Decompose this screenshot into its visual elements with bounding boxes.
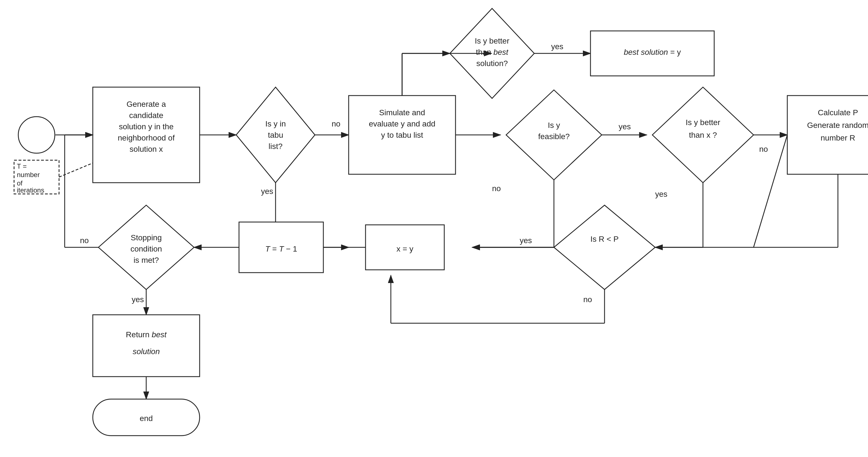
simulate-text-2: evaluate y and add [369,120,436,128]
feasible-no-label: no [492,184,501,193]
feasible-yes-label: yes [619,122,631,131]
better-x-no-label: no [759,145,768,154]
return-text-2: solution [133,347,160,356]
feasible-text-2: feasible? [538,132,570,141]
dashed-arrow-T [59,163,93,177]
tabu-text-1: Is y in [265,120,286,128]
generate-text-2: candidate [129,111,163,120]
simulate-text-1: Simulate and [379,108,425,117]
stopping-no-label: no [80,236,89,245]
T-label: T = [17,162,27,170]
start-circle [18,117,55,153]
better-x-text-2: than x ? [689,131,717,139]
better-x-yes-label: yes [655,190,668,198]
generate-text-3: solution y in the [119,122,174,131]
stopping-text-3: is met? [133,256,159,264]
calc-p-text-3: number R [821,133,855,142]
T-label-3: of [17,179,23,187]
calc-p-text-2: Generate random [807,121,868,130]
T-label-2: number [17,171,40,178]
r-less-p-yes-label: yes [520,236,532,245]
better-best-text-2: than best [476,48,508,57]
tabu-yes-label: yes [261,187,273,196]
line-calc-down [753,135,787,247]
calc-p-text-1: Calculate P [818,108,858,117]
stopping-yes-label: yes [132,295,144,304]
generate-text-1: Generate a [127,100,166,108]
r-less-p-no-label: no [583,295,592,304]
generate-text-4: neighborhood of [118,133,175,142]
tabu-text-2: tabu [268,131,283,139]
better-best-text-3: solution? [476,59,508,68]
x-eq-y-text: x = y [397,244,413,253]
T-label-4: iterations [17,186,44,194]
generate-text-5: solution x [130,145,163,154]
return-text-1: Return best [126,330,167,339]
r-less-p-text-1: Is R < P [590,235,619,243]
T-update-text: T = T − 1 [265,244,297,253]
return-box [93,315,199,377]
end-text: end [140,414,153,423]
best-solution-text: best solution = y [624,48,681,57]
best-yes-label: yes [551,42,563,51]
simulate-text-3: y to tabu list [381,131,423,139]
better-best-text-1: Is y better [475,36,509,45]
stopping-text-2: condition [130,244,162,253]
feasible-text-1: Is y [548,121,560,130]
R-less-P-diamond [554,205,655,290]
better-x-text-1: Is y better [686,118,720,127]
tabu-no-label: no [332,120,340,128]
stopping-text-1: Stopping [131,233,162,242]
tabu-text-3: list? [269,142,283,151]
